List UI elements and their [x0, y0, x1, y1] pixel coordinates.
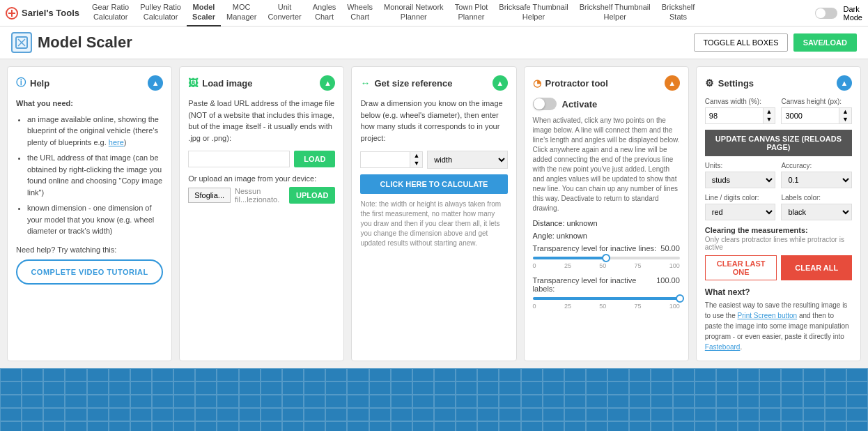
grid-cell [0, 368, 22, 381]
canvas-width-down[interactable]: ▼ [764, 116, 775, 123]
nav-brickshelf-stats[interactable]: BrickshelfStats [656, 0, 701, 27]
grid-cell [846, 368, 868, 381]
grid-cell [152, 368, 173, 381]
grid-cell [347, 395, 369, 408]
grid-cell [781, 395, 803, 408]
canvas-height-down[interactable]: ▼ [839, 116, 851, 123]
grid-cell [304, 421, 325, 431]
units-select[interactable]: studs mm [705, 172, 776, 188]
fasteboard-link[interactable]: Fasteboard [705, 343, 741, 351]
print-screen-link[interactable]: Print Screen button [738, 312, 798, 319]
settings-panel: ⚙ Settings ▲ Canvas width (%): ▲ ▼ [696, 66, 861, 361]
inactive-lines-thumb[interactable] [602, 254, 610, 262]
grid-cell [629, 421, 651, 431]
load-icon: 🖼 [188, 77, 198, 89]
grid-cell [195, 381, 217, 395]
canvas-width-label: Canvas width (%): [705, 98, 776, 105]
calculate-button[interactable]: CLICK HERE TO CALCULATE [360, 174, 507, 194]
size-unit-select[interactable]: width height [427, 151, 507, 169]
line-color-select[interactable]: red black [705, 204, 776, 220]
inactive-labels-thumb[interactable] [676, 294, 684, 303]
grid-cell [759, 395, 781, 408]
grid-cell [130, 421, 152, 431]
grid-cell [304, 395, 325, 408]
nav-gear-ratio[interactable]: Gear RatioCalculator [86, 0, 134, 27]
angle-display: Angle: unknown [533, 232, 680, 240]
grid-cell [239, 395, 261, 408]
grid-cell [0, 395, 22, 408]
activate-row: Activate [533, 98, 680, 110]
grid-cell [434, 368, 456, 381]
activate-label: Activate [562, 99, 598, 109]
grid-cell [434, 408, 456, 421]
help-icon: ⓘ [16, 77, 26, 89]
page-title: Model Scaler [11, 32, 132, 53]
canvas-height-up[interactable]: ▲ [839, 108, 851, 116]
nav-model-scaler[interactable]: ModelScaler [187, 0, 221, 27]
toggle-boxes-button[interactable]: TOGGLE ALL BOXES [694, 33, 787, 52]
size-down-button[interactable]: ▼ [410, 160, 422, 167]
accuracy-select[interactable]: 0.1 1 [781, 172, 852, 188]
nav-wheels-chart[interactable]: WheelsChart [341, 0, 378, 27]
grid-cell [347, 421, 369, 431]
clear-all-button[interactable]: CLEAR ALL [781, 255, 852, 280]
canvas-area[interactable]: // Generate grid cells const grid = docu… [0, 368, 868, 431]
grid-cell [347, 381, 369, 395]
save-load-button[interactable]: SAVE/LOAD [793, 33, 857, 52]
size-number-input[interactable] [361, 152, 410, 167]
size-collapse-button[interactable]: ▲ [493, 75, 508, 91]
protractor-collapse-button[interactable]: ▲ [665, 75, 680, 91]
upload-button[interactable]: UPLOAD [289, 187, 335, 204]
load-button[interactable]: LOAD [294, 151, 335, 167]
url-input-row: LOAD [188, 151, 335, 167]
update-canvas-button[interactable]: UPDATE CANVAS SIZE (RELOADS PAGE) [705, 130, 852, 156]
nav-pulley-ratio[interactable]: Pulley RatioCalculator [134, 0, 187, 27]
grid-cell [586, 381, 607, 395]
clearing-title: Clearing the measurements: [705, 226, 852, 234]
url-input-field[interactable] [188, 151, 290, 167]
canvas-width-up[interactable]: ▲ [764, 108, 775, 116]
grid-cell [65, 408, 86, 421]
nav-bricksafe[interactable]: Bricksafe ThumbnailHelper [493, 0, 573, 27]
inactive-lines-header: Transparency level for inactive lines: 5… [533, 244, 680, 254]
grid-cell [109, 408, 130, 421]
grid-cell [738, 421, 759, 431]
protractor-content: Activate When activated, click any two p… [533, 98, 680, 310]
brand-logo[interactable]: Sariel's Tools [6, 7, 79, 20]
help-here-link[interactable]: here [109, 138, 124, 146]
grid-cell [825, 408, 846, 421]
lmark-75: 75 [634, 303, 641, 310]
nav-town-plot[interactable]: Town PlotPlanner [449, 0, 494, 27]
help-collapse-button[interactable]: ▲ [148, 75, 163, 91]
nav-unit-converter[interactable]: UnitConverter [262, 0, 307, 27]
clearing-buttons: CLEAR LAST ONE CLEAR ALL [705, 255, 852, 280]
labels-color-select[interactable]: black red [781, 204, 852, 220]
grid-cell [673, 408, 695, 421]
grid-cell [195, 421, 217, 431]
grid-cell [304, 368, 325, 381]
load-collapse-button[interactable]: ▲ [320, 75, 335, 91]
nav-monorail[interactable]: Monorail NetworkPlanner [378, 0, 449, 27]
settings-collapse-button[interactable]: ▲ [837, 75, 852, 91]
brand-name: Sariel's Tools [22, 8, 79, 18]
size-up-button[interactable]: ▲ [410, 152, 422, 160]
nav-brickshelf-thumb[interactable]: Brickshelf ThumbnailHelper [574, 0, 656, 27]
grid-cell [825, 368, 846, 381]
dark-mode-toggle[interactable] [815, 8, 837, 19]
grid-cell [217, 408, 238, 421]
grid-cell [695, 395, 716, 408]
activate-toggle[interactable] [533, 98, 557, 110]
size-spinners: ▲ ▼ [410, 152, 422, 167]
canvas-height-input[interactable] [782, 109, 839, 123]
load-desc-text: Paste & load URL address of the image fi… [188, 98, 335, 144]
tutorial-button[interactable]: COMPLETE VIDEO TUTORIAL [16, 259, 163, 285]
canvas-width-input[interactable] [706, 109, 763, 123]
grid-cell [261, 368, 282, 381]
browse-button[interactable]: Sfoglia... [188, 188, 231, 203]
nav-moc-manager[interactable]: MOCManager [221, 0, 262, 27]
clear-last-button[interactable]: CLEAR LAST ONE [705, 255, 777, 280]
grid-cell [391, 368, 412, 381]
nav-angles-chart[interactable]: AnglesChart [307, 0, 342, 27]
line-color-label: Line / digits color: [705, 194, 776, 202]
inactive-labels-header: Transparency level for inactive labels: … [533, 276, 680, 294]
